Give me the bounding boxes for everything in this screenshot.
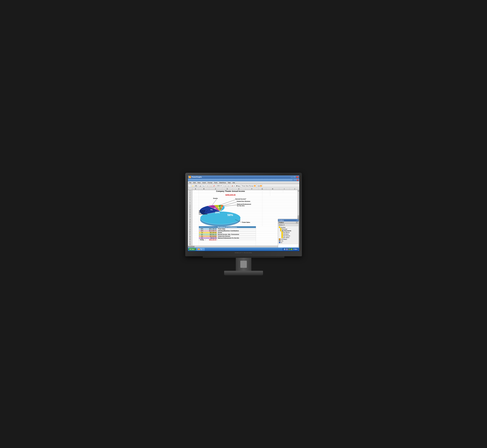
- folders-question-icon[interactable]: ?: [296, 222, 298, 224]
- cell-a27[interactable]: [192, 234, 199, 235]
- cell-b33[interactable]: [199, 244, 256, 245]
- folder-item-myvideos[interactable]: My Videos: [278, 237, 298, 238]
- new-button[interactable]: 📄: [188, 184, 191, 187]
- scroll-thumb-h[interactable]: [189, 246, 195, 247]
- folder-item-d[interactable]: D:\: [278, 242, 298, 243]
- underline-button[interactable]: U͟: [238, 185, 240, 187]
- hp-label: HEWLETT-PACKARD: [188, 252, 300, 253]
- cell-a30[interactable]: [192, 239, 199, 241]
- indiv-label1: Individual/: [199, 210, 205, 212]
- open-button[interactable]: 📁: [192, 184, 194, 187]
- scroll-left-btn[interactable]: ◀: [188, 246, 189, 247]
- cell-total-amt-30[interactable]: $450,635.00: [205, 239, 217, 241]
- cell-a33[interactable]: [192, 244, 199, 245]
- cell-amt-28[interactable]: $13,519.05: [205, 235, 217, 237]
- menu-format[interactable]: Format: [207, 182, 213, 184]
- indiv-label3: Contributions: [199, 213, 208, 215]
- cell-b31[interactable]: [199, 241, 256, 242]
- cell-amt-26[interactable]: $31,544.45: [205, 232, 217, 233]
- folder-item-mymusic[interactable]: My Music: [278, 233, 298, 235]
- folder-item-desktop[interactable]: Desktop: [278, 227, 298, 228]
- national-endowment-label2: for the Arts: [237, 205, 245, 207]
- start-button[interactable]: ▶ Start: [188, 248, 196, 250]
- cell-lbl-29[interactable]: National Endowments For the Arts: [217, 237, 256, 239]
- pg-icon: Pg: [198, 248, 200, 250]
- cell-pct-29[interactable]: 2%: [199, 237, 205, 239]
- folder-tree: Desktop Message My Documents: [278, 226, 298, 244]
- row-32: 32: [188, 242, 192, 244]
- cell-b32[interactable]: [199, 242, 256, 244]
- row-1: 1: [188, 190, 192, 192]
- zoom-dropdown-icon[interactable]: ▼: [221, 185, 222, 187]
- cell-amt-29[interactable]: $9,012.70: [205, 237, 217, 239]
- folders-title-bar: Folders ?: [278, 219, 298, 221]
- col-header-d: D: [222, 188, 232, 190]
- cell-a31[interactable]: [192, 241, 199, 242]
- folder-item-myalbums[interactable]: My Albums: [278, 232, 298, 233]
- folder-item-mypictures[interactable]: My Pictures: [278, 235, 298, 237]
- bold-button[interactable]: B: [236, 185, 238, 187]
- col-header-c: C: [209, 188, 222, 190]
- undo-button[interactable]: ↩: [224, 184, 227, 187]
- cell-a26[interactable]: [192, 232, 199, 233]
- menu-file[interactable]: File: [188, 182, 192, 184]
- font-size-select[interactable]: 12pt ▼: [256, 184, 263, 187]
- cell-amt-27[interactable]: $22,531.75: [205, 234, 217, 235]
- actions-dropdown-icon[interactable]: ▼: [283, 224, 285, 226]
- folder-item-c[interactable]: C:\(): [278, 240, 298, 242]
- cell-lbl-27[interactable]: Earned Income: Ads, Concessions: [217, 234, 256, 235]
- row-26: 26: [188, 232, 192, 234]
- preview-button[interactable]: 🔍: [202, 184, 205, 187]
- menu-ask[interactable]: Ask: [232, 182, 236, 184]
- col-header-e: E: [232, 188, 246, 190]
- cell-a28[interactable]: [192, 235, 199, 237]
- font-name-select[interactable]: Times New Roman ▼: [241, 184, 256, 187]
- menu-tools[interactable]: Tools: [213, 182, 218, 184]
- inner-close-button[interactable]: ✕: [297, 179, 298, 181]
- menu-slideshow[interactable]: SlideShow: [218, 182, 227, 184]
- zoom-box[interactable]: 85% ▼: [217, 184, 223, 187]
- pg-dropdown-icon[interactable]: ▼: [202, 249, 204, 250]
- menu-insert[interactable]: Insert: [202, 182, 207, 184]
- menu-edit[interactable]: Edit: [192, 182, 196, 184]
- row-8: 8: [188, 202, 192, 204]
- row-5: 5: [188, 197, 192, 199]
- cell-total-extra-30[interactable]: [217, 239, 256, 241]
- cell-pct-26[interactable]: 7%: [199, 232, 205, 233]
- start-arrow-icon: ▶: [190, 248, 191, 250]
- copy-button[interactable]: 📋: [209, 184, 212, 187]
- folder-label-myalbums: My Albums: [283, 232, 290, 233]
- inner-minimize-button[interactable]: —: [292, 179, 294, 181]
- inner-maximize-button[interactable]: ❐: [295, 179, 296, 181]
- print-button[interactable]: 🖨: [199, 184, 202, 187]
- taskbar-pg-item[interactable]: Pg Pg ▼: [197, 248, 205, 251]
- paste-button[interactable]: 📌: [212, 184, 215, 187]
- cell-lbl-26[interactable]: Grants: [217, 232, 256, 233]
- cell-pct-27[interactable]: 5%: [199, 234, 205, 235]
- folders-close-btn[interactable]: ?: [297, 219, 298, 221]
- folder-label-message: Message: [282, 228, 287, 230]
- minimize-button[interactable]: —: [291, 176, 293, 178]
- cell-a32[interactable]: [192, 242, 199, 244]
- save-button[interactable]: 💾: [195, 184, 197, 187]
- folder-label-floppy: A:\(Floppy): [281, 239, 287, 240]
- menu-tabs[interactable]: Tabs: [227, 182, 232, 184]
- close-button[interactable]: ✕: [296, 176, 298, 178]
- cell-a29[interactable]: [192, 237, 199, 239]
- app-icon: Pg: [189, 176, 191, 178]
- folder-item-floppy[interactable]: A:\(Floppy): [278, 238, 298, 240]
- scroll-up-btn[interactable]: ▲: [298, 190, 299, 192]
- cell-pct-28[interactable]: 3%: [199, 235, 205, 237]
- cell-total-label-30[interactable]: TOTAL: [199, 239, 205, 241]
- cut-button[interactable]: ✂: [206, 184, 209, 187]
- maximize-button[interactable]: ❐: [294, 176, 296, 178]
- menu-view[interactable]: View: [197, 182, 201, 184]
- pct-7-label: 7%: [210, 209, 213, 211]
- folder-item-message[interactable]: Message: [278, 228, 298, 230]
- grants-label: Grants: [213, 198, 218, 199]
- redo-button[interactable]: ↪: [227, 184, 230, 187]
- folder-item-mydocs[interactable]: My Documents: [278, 230, 298, 232]
- row-numbers: 1 2 3 4 5 6 7 8 9 10 11 12 13 14: [188, 190, 192, 246]
- col-header-b: B: [199, 188, 209, 190]
- cell-lbl-28[interactable]: United Arts Division: [217, 235, 256, 237]
